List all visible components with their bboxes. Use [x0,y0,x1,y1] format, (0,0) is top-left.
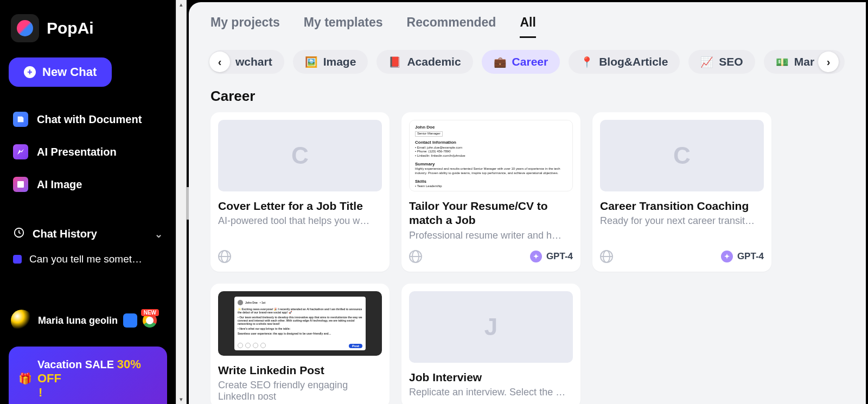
resume-skills-h: Skills [415,179,567,184]
thumb-letter: C [291,142,309,169]
card-thumb: John Doe Senior Manager Contact Informat… [409,120,573,191]
card-desc: Professional resume writer and h… [409,230,573,241]
appstore-icon[interactable] [123,313,137,328]
chrome-wrapper[interactable]: NEW [143,313,157,328]
resume-summary-h: Summary [415,162,567,167]
nav-label: AI Image [37,178,82,191]
chat-history-header[interactable]: Chat History ⌄ [9,217,167,247]
badge-label: GPT-4 [737,251,764,262]
top-tabs: My projects My templates Recommended All [189,8,866,40]
card-desc: Replicate an interview. Select the … [409,387,573,398]
chip-label: Blog&Article [599,55,668,68]
card-footer: ✦ GPT-4 [600,243,764,263]
new-chat-button[interactable]: + New Chat [9,57,112,87]
chip-image[interactable]: 🖼️ Image [293,50,368,74]
sidebar-item-ai-presentation[interactable]: AI Presentation [9,136,167,168]
tab-my-templates[interactable]: My templates [304,15,383,38]
document-icon [13,112,28,127]
card-desc: Create SEO friendly engaging LinkedIn po… [218,380,382,400]
chips-scroll-right[interactable]: › [818,52,839,72]
promo-banner[interactable]: 🎁 Vacation SALE 30% OFF ! [9,347,167,404]
presentation-icon [13,144,28,159]
card-title: Cover Letter for a Job Title [218,199,382,213]
card-linkedin-post[interactable]: John Doe • 1st ✨ Exciting news everyone!… [210,284,390,404]
thumb-letter: J [484,313,497,341]
tab-recommended[interactable]: Recommended [407,15,496,38]
main-wrap: My projects My templates Recommended All… [187,0,868,404]
thumb-letter: C [673,142,691,169]
card-desc: AI-powered tool that helps you w… [218,215,382,227]
user-row[interactable]: Maria luna geolin NEW [9,304,167,337]
tab-my-projects[interactable]: My projects [210,15,280,38]
plus-icon: + [24,66,36,78]
nav-label: AI Presentation [37,146,117,158]
chip-label: Academic [407,55,461,68]
chat-dot-icon [13,255,22,264]
chevron-right-icon: › [827,56,831,68]
sidebar: PopAi + New Chat Chat with Document AI P… [0,0,176,404]
chip-seo[interactable]: 📈 SEO [688,50,755,74]
sidebar-item-chat-document[interactable]: Chat with Document [9,103,167,136]
card-title: Write Linkedin Post [218,363,382,377]
brand-logo [11,14,39,42]
avatar [11,310,33,331]
brand-row: PopAi [11,14,165,42]
card-title: Career Transition Coaching [600,199,764,213]
card-desc: Ready for your next career transit… [600,215,764,227]
card-title: Job Interview [409,370,573,384]
chip-label: SEO [719,55,743,68]
model-badge: ✦ GPT-4 [530,251,573,262]
card-thumb: John Doe • 1st ✨ Exciting news everyone!… [218,291,382,356]
new-chat-label: New Chat [42,65,97,79]
chip-label: Career [512,55,548,68]
sidebar-scrollbar[interactable]: ▴ ▾ ‹ [176,0,187,404]
cards-grid: C Cover Letter for a Job Title AI-powere… [189,112,866,404]
money-emoji-icon: 💵 [776,56,789,68]
promo-excl: ! [39,386,157,400]
card-thumb: J [409,291,573,363]
brand-name: PopAi [47,19,94,37]
history-title: Chat History [33,228,97,240]
book-emoji-icon: 📕 [388,56,401,68]
nav-label: Chat with Document [37,113,142,126]
gpt-icon: ✦ [530,251,542,262]
chevron-down-icon: ⌄ [155,228,163,240]
card-footer [218,243,382,263]
history-item[interactable]: Can you tell me somet… [9,247,167,272]
card-thumb: C [600,120,764,191]
card-tailor-resume[interactable]: John Doe Senior Manager Contact Informat… [401,112,580,272]
main-panel: My projects My templates Recommended All… [189,2,866,404]
image-icon [13,177,28,192]
card-job-interview[interactable]: J Job Interview Replicate an interview. … [401,284,580,404]
promo-prefix: Vacation SALE [37,358,114,370]
gift-icon: 🎁 [18,372,32,385]
card-footer: ✦ GPT-4 [409,243,573,263]
pin-emoji-icon: 📍 [580,56,593,68]
image-emoji-icon: 🖼️ [305,56,318,68]
history-clock-icon [13,227,25,241]
user-name: Maria luna geolin [38,315,118,326]
chip-label: wchart [235,55,272,68]
scroll-up-icon: ▴ [180,1,183,8]
card-career-transition[interactable]: C Career Transition Coaching Ready for y… [592,112,771,272]
chip-label: Image [323,55,356,68]
sidebar-item-ai-image[interactable]: AI Image [9,168,167,201]
card-cover-letter[interactable]: C Cover Letter for a Job Title AI-powere… [210,112,390,272]
section-title: Career [189,74,866,112]
card-title: Tailor Your Resume/CV to match a Job [409,199,573,228]
globe-icon [600,250,613,263]
new-badge: NEW [141,309,159,316]
model-badge: ✦ GPT-4 [721,251,764,262]
chart-emoji-icon: 📈 [700,56,713,68]
globe-icon [218,250,231,263]
chip-label: Mar [794,55,814,68]
history-item-label: Can you tell me somet… [29,253,142,265]
tab-all[interactable]: All [520,15,535,38]
chip-academic[interactable]: 📕 Academic [376,50,473,74]
chevron-left-icon: ‹ [218,56,222,68]
chip-blog[interactable]: 📍 Blog&Article [569,50,680,74]
chips-scroll-left[interactable]: ‹ [209,52,230,72]
chip-career[interactable]: 💼 Career [482,50,560,74]
resume-contact-h: Contact Information [415,140,567,145]
gpt-icon: ✦ [721,251,733,262]
